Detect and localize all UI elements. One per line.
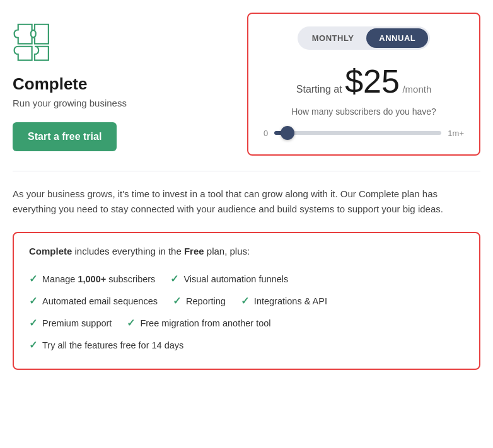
feature-text-8: Try all the features free for 14 days (42, 340, 183, 350)
price-period: /month (402, 84, 431, 95)
feature-text-7: Free migration from another tool (140, 318, 270, 328)
feature-row-4: ✓ Try all the features free for 14 days (29, 334, 464, 356)
features-plan2: Free (184, 246, 204, 256)
feature-row-2: ✓ Automated email sequences ✓ Reporting … (29, 290, 464, 312)
pricing-panel: MONTHLY ANNUAL Starting at $25 /month Ho… (247, 13, 480, 156)
subscribers-label: How many subscribers do you have? (264, 106, 464, 117)
monthly-toggle[interactable]: MONTHLY (299, 28, 367, 48)
feature-row-3: ✓ Premium support ✓ Free migration from … (29, 312, 464, 334)
slider-min-label: 0 (264, 129, 268, 138)
price-starting-label: Starting at (296, 84, 342, 95)
trial-button[interactable]: Start a free trial (13, 122, 117, 151)
feature-text-4: Reporting (186, 296, 226, 306)
feature-text-3: Automated email sequences (42, 296, 158, 306)
left-panel: Complete Run your growing business Start… (13, 13, 235, 151)
description-text: As your business grows, it's time to inv… (13, 187, 480, 217)
feature-visual-automation: ✓ Visual automation funnels (170, 273, 288, 285)
price-display: Starting at $25 /month (264, 62, 464, 100)
annual-toggle[interactable]: ANNUAL (366, 28, 428, 48)
check-icon-4: ✓ (173, 295, 181, 307)
features-header: Complete includes everything in the Free… (29, 246, 464, 256)
slider-container: 0 1m+ (264, 127, 464, 139)
feature-email-sequences: ✓ Automated email sequences (29, 295, 158, 307)
feature-free-trial: ✓ Try all the features free for 14 days (29, 339, 183, 351)
feature-manage-subscribers: ✓ Manage 1,000+ subscribers (29, 273, 155, 285)
feature-reporting: ✓ Reporting (173, 295, 226, 307)
check-icon-8: ✓ (29, 339, 37, 351)
feature-text-5: Integrations & API (254, 296, 327, 306)
check-icon-1: ✓ (29, 273, 37, 285)
features-box: Complete includes everything in the Free… (13, 232, 480, 370)
subscribers-slider[interactable] (274, 131, 441, 135)
feature-integrations: ✓ Integrations & API (241, 295, 327, 307)
feature-text-2: Visual automation funnels (183, 274, 288, 284)
description-section: As your business grows, it's time to inv… (13, 171, 480, 229)
slider-max-label: 1m+ (448, 129, 464, 138)
price-amount: $25 (345, 63, 400, 100)
plan-title: Complete (13, 74, 235, 94)
check-icon-2: ✓ (170, 273, 178, 285)
check-icon-5: ✓ (241, 295, 249, 307)
features-header-suffix: plan, plus: (204, 246, 250, 256)
slider-wrapper (274, 127, 441, 139)
plan-subtitle: Run your growing business (13, 98, 235, 108)
feature-row-1: ✓ Manage 1,000+ subscribers ✓ Visual aut… (29, 268, 464, 290)
feature-free-migration: ✓ Free migration from another tool (127, 317, 270, 329)
feature-premium-support: ✓ Premium support (29, 317, 112, 329)
feature-text-1: Manage 1,000+ subscribers (42, 274, 155, 284)
check-icon-3: ✓ (29, 295, 37, 307)
feature-text-6: Premium support (42, 318, 112, 328)
check-icon-6: ✓ (29, 317, 37, 329)
billing-toggle: MONTHLY ANNUAL (298, 26, 430, 50)
features-header-plain: includes everything in the (72, 246, 184, 256)
features-plan1: Complete (29, 246, 72, 256)
check-icon-7: ✓ (127, 317, 135, 329)
puzzle-icon (13, 19, 235, 74)
